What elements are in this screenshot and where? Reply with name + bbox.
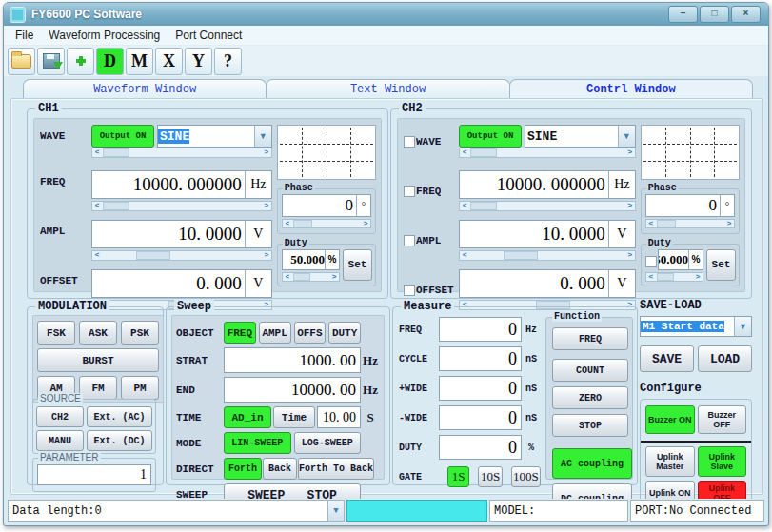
save-file-button[interactable] xyxy=(37,48,65,75)
ch2-freq-scrollbar[interactable]: <> xyxy=(459,201,636,211)
ch1-duty-input[interactable]: 50.000 % xyxy=(282,249,340,270)
ch2-duty-checkbox[interactable] xyxy=(645,256,657,267)
gate-100s-button[interactable]: 100S xyxy=(511,466,541,487)
load-button[interactable]: LOAD xyxy=(698,345,752,372)
ch2-phase-unit: ° xyxy=(720,195,734,216)
ch1-waveform-select[interactable]: SINE ▼ xyxy=(157,125,272,148)
function-count-button[interactable]: COUNT xyxy=(552,359,628,382)
ch2-phase-scrollbar[interactable]: <> xyxy=(645,219,735,228)
gate-1s-button[interactable]: 1S xyxy=(447,466,469,487)
buzzer-off-button[interactable]: Buzzer OFF xyxy=(698,405,747,434)
sweep-object-duty-button[interactable]: DUTY xyxy=(328,322,361,344)
sweep-strat-input[interactable]: 1000. 00 xyxy=(224,347,361,373)
minimize-button[interactable]: – xyxy=(668,6,698,23)
ch2-ampl-input[interactable]: 10. 0000 V xyxy=(459,220,636,248)
source-ext-dc-button[interactable]: Ext. (DC) xyxy=(87,430,152,451)
uplink-slave-button[interactable]: Uplink Slave xyxy=(698,446,747,477)
ch1-phase-unit: ° xyxy=(356,195,370,216)
gate-10s-button[interactable]: 10S xyxy=(478,466,503,487)
sweep-lin-sweep-button[interactable]: LIN-SWEEP xyxy=(224,432,291,454)
chevron-down-icon[interactable]: ▼ xyxy=(734,317,751,336)
ch1-output-on-button[interactable]: Output ON xyxy=(91,125,154,148)
maximize-button[interactable]: □ xyxy=(700,6,729,23)
ch1-wave-scrollbar[interactable]: <> xyxy=(91,148,272,158)
buzzer-on-button[interactable]: Buzzer ON xyxy=(645,405,695,434)
ch2-duty-set-button[interactable]: Set xyxy=(706,249,736,281)
ch1-freq-scrollbar[interactable]: <> xyxy=(91,201,272,211)
menu-port-connect[interactable]: Port Connect xyxy=(168,27,249,44)
x-tool-button[interactable]: X xyxy=(155,48,183,75)
sweep-object-ampl-button[interactable]: AMPL xyxy=(259,322,291,344)
source-ext-ac-button[interactable]: Ext. (AC) xyxy=(87,406,152,427)
ch2-wave-checkbox[interactable] xyxy=(404,136,415,148)
sweep-forth-button[interactable]: Forth xyxy=(224,458,262,480)
ch2-phase-input[interactable]: 0 ° xyxy=(645,194,735,217)
ch2-output-on-button[interactable]: Output ON xyxy=(459,125,522,148)
ch1-offset-input[interactable]: 0. 000 V xyxy=(91,269,272,298)
sweep-back-button[interactable]: Back xyxy=(263,458,297,480)
close-button[interactable]: × xyxy=(731,6,761,23)
data-length-combo[interactable]: Data length:0 ▼ xyxy=(8,500,345,522)
sweep-time-button[interactable]: Time xyxy=(273,406,315,428)
burst-button[interactable]: BURST xyxy=(37,348,159,372)
m-tool-button[interactable]: M xyxy=(126,48,153,75)
source-ch2-button[interactable]: CH2 xyxy=(36,406,84,427)
source-manu-button[interactable]: MANU xyxy=(36,430,84,451)
ask-button[interactable]: ASK xyxy=(79,321,117,345)
ch1-offset-unit: V xyxy=(245,270,271,297)
sweep-time-input[interactable]: 10. 00 xyxy=(317,406,361,428)
ch2-ampl-scrollbar[interactable]: <> xyxy=(459,250,636,261)
ch1-duty-scrollbar[interactable]: <> xyxy=(282,272,340,282)
open-file-button[interactable] xyxy=(8,48,35,75)
function-stop-button[interactable]: STOP xyxy=(552,414,628,437)
ch1-ampl-scrollbar[interactable]: <> xyxy=(91,250,272,261)
ac-coupling-button[interactable]: AC coupling xyxy=(552,448,632,479)
chevron-down-icon[interactable]: ▼ xyxy=(618,126,635,147)
fsk-button[interactable]: FSK xyxy=(37,321,75,345)
save-load-section: SAVE-LOAD M1 Start data ▼ SAVE LOAD Conf… xyxy=(640,299,752,487)
chevron-down-icon[interactable]: ▼ xyxy=(327,501,344,521)
parameter-input[interactable]: 1 xyxy=(37,464,151,485)
function-freq-button[interactable]: FREQ xyxy=(552,327,628,350)
ch2-duty-scrollbar[interactable]: <> xyxy=(645,272,703,282)
sweep-object-offs-button[interactable]: OFFS xyxy=(294,322,327,344)
ch2-wave-scrollbar[interactable]: <> xyxy=(459,148,636,158)
menu-file[interactable]: File xyxy=(8,27,41,44)
help-button[interactable]: ? xyxy=(214,48,242,75)
ch2-freq-input[interactable]: 10000. 000000 Hz xyxy=(459,170,636,199)
ch2-offset-input[interactable]: 0. 000 V xyxy=(459,269,636,298)
ch2-freq-checkbox[interactable] xyxy=(404,186,415,197)
ch1-ampl-input[interactable]: 10. 0000 V xyxy=(91,220,272,248)
tab-waveform-window[interactable]: Waveform Window xyxy=(23,79,267,99)
preset-select[interactable]: M1 Start data ▼ xyxy=(640,316,752,337)
ch1-phase-input[interactable]: 0 ° xyxy=(282,194,371,217)
ch2-ampl-checkbox[interactable] xyxy=(404,235,415,246)
pm-button[interactable]: PM xyxy=(121,376,159,400)
ch2-offset-checkbox[interactable] xyxy=(404,285,415,296)
ch2-duty-input[interactable]: 50.000 % xyxy=(658,249,703,270)
measure-cycle-unit: nS xyxy=(522,354,541,365)
fm-button[interactable]: FM xyxy=(79,376,117,400)
uplink-master-button[interactable]: Uplink Master xyxy=(645,446,695,477)
ch2-group-title: CH2 xyxy=(399,102,426,115)
ch1-duty-set-button[interactable]: Set xyxy=(343,249,372,281)
menu-waveform-processing[interactable]: Waveform Processing xyxy=(41,27,168,44)
d-tool-button[interactable]: D xyxy=(96,48,124,75)
ch2-waveform-select[interactable]: SINE ▼ xyxy=(525,125,636,148)
chevron-down-icon[interactable]: ▼ xyxy=(254,126,271,147)
sweep-ad-in-button[interactable]: AD_in xyxy=(224,406,271,428)
tab-contrl-window[interactable]: Contrl Window xyxy=(509,79,753,99)
sweep-end-input[interactable]: 10000. 00 xyxy=(224,377,361,403)
ch1-phase-scrollbar[interactable]: <> xyxy=(282,219,371,228)
ch1-freq-input[interactable]: 10000. 000000 Hz xyxy=(91,170,272,199)
function-zero-button[interactable]: ZERO xyxy=(552,386,628,409)
y-tool-button[interactable]: Y xyxy=(185,48,212,75)
sweep-forth-to-back-button[interactable]: Forth To Back xyxy=(298,458,374,480)
psk-button[interactable]: PSK xyxy=(121,321,159,345)
import-button[interactable] xyxy=(67,48,94,75)
sweep-object-freq-button[interactable]: FREQ xyxy=(224,322,256,344)
ch1-freq-label: FREQ xyxy=(40,170,91,211)
save-button[interactable]: SAVE xyxy=(640,345,694,372)
sweep-log-sweep-button[interactable]: LOG-SWEEP xyxy=(294,432,362,454)
tab-text-window[interactable]: Text Window xyxy=(266,79,509,99)
